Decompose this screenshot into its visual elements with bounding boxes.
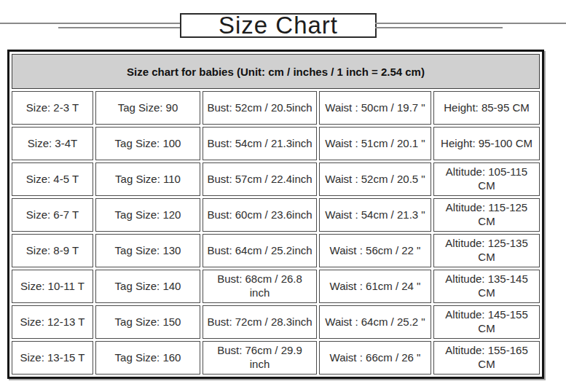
table-row: Size: 13-15 T Tag Size: 160 Bust: 76cm /… xyxy=(12,341,540,375)
tag-size-cell: Tag Size: 160 xyxy=(95,341,200,375)
left-inner-line xyxy=(58,27,181,28)
left-decorative-lines xyxy=(0,0,181,45)
tag-size-cell: Tag Size: 130 xyxy=(95,234,200,267)
waist-cell: Waist : 61cm / 24 " xyxy=(319,270,431,303)
tag-size-cell: Tag Size: 110 xyxy=(95,162,200,196)
title-banner: Size Chart xyxy=(0,0,566,45)
bust-cell: Bust: 64cm / 25.2inch xyxy=(203,234,317,267)
bust-cell: Bust: 57cm / 22.4inch xyxy=(203,162,317,196)
height-cell: Height: 95-100 CM xyxy=(433,127,540,160)
table-header: Size chart for babies (Unit: cm / inches… xyxy=(12,54,540,89)
right-decorative-lines xyxy=(375,0,566,45)
right-inner-line xyxy=(375,27,503,28)
size-cell: Size: 3-4T xyxy=(12,127,93,160)
bust-cell: Bust: 54cm / 21.3inch xyxy=(203,127,317,160)
size-cell: Size: 12-13 T xyxy=(12,305,93,339)
waist-cell: Waist : 64cm / 25.2 " xyxy=(319,305,431,339)
waist-cell: Waist : 50cm / 19.7 " xyxy=(319,91,431,125)
waist-cell: Waist : 66cm / 26 " xyxy=(319,341,431,375)
height-cell: Altitude: 105-115 CM xyxy=(433,162,540,196)
bust-cell: Bust: 60cm / 23.6inch xyxy=(203,198,317,232)
tag-size-cell: Tag Size: 140 xyxy=(95,270,200,303)
height-cell: Altitude: 135-145 CM xyxy=(433,270,540,303)
table-header-row: Size chart for babies (Unit: cm / inches… xyxy=(12,54,540,89)
size-cell: Size: 13-15 T xyxy=(12,341,93,375)
table-row: Size: 3-4T Tag Size: 100 Bust: 54cm / 21… xyxy=(12,127,540,160)
waist-cell: Waist : 54cm / 21.3 " xyxy=(319,198,431,232)
bust-cell: Bust: 72cm / 28.3inch xyxy=(203,305,317,339)
right-outer-line xyxy=(375,23,566,24)
table-row: Size: 6-7 T Tag Size: 120 Bust: 60cm / 2… xyxy=(12,198,540,232)
size-chart-title-box: Size Chart xyxy=(180,13,377,38)
left-outer-line xyxy=(0,23,181,24)
size-cell: Size: 4-5 T xyxy=(12,162,93,196)
page: Size Chart Size chart for babies (Unit: … xyxy=(0,0,566,392)
table-row: Size: 12-13 T Tag Size: 150 Bust: 72cm /… xyxy=(12,305,540,339)
tag-size-cell: Tag Size: 90 xyxy=(95,91,200,125)
tag-size-cell: Tag Size: 120 xyxy=(95,198,200,232)
waist-cell: Waist : 51cm / 20.1 " xyxy=(319,127,431,160)
height-cell: Altitude: 155-165 CM xyxy=(433,341,540,375)
height-cell: Altitude: 115-125 CM xyxy=(433,198,540,232)
bust-cell: Bust: 76cm / 29.9 inch xyxy=(203,341,317,375)
size-cell: Size: 8-9 T xyxy=(12,234,93,267)
size-cell: Size: 10-11 T xyxy=(12,270,93,303)
tag-size-cell: Tag Size: 150 xyxy=(95,305,200,339)
height-cell: Altitude: 125-135 CM xyxy=(433,234,540,267)
waist-cell: Waist : 56cm / 22 " xyxy=(319,234,431,267)
height-cell: Height: 85-95 CM xyxy=(433,91,540,125)
table-row: Size: 4-5 T Tag Size: 110 Bust: 57cm / 2… xyxy=(12,162,540,196)
table-row: Size: 8-9 T Tag Size: 130 Bust: 64cm / 2… xyxy=(12,234,540,267)
bust-cell: Bust: 52cm / 20.5inch xyxy=(203,91,317,125)
size-chart-table: Size chart for babies (Unit: cm / inches… xyxy=(9,52,542,377)
size-chart-table-container: Size chart for babies (Unit: cm / inches… xyxy=(7,50,544,379)
height-cell: Altitude: 145-155 CM xyxy=(433,305,540,339)
page-title: Size Chart xyxy=(219,12,338,39)
size-cell: Size: 2-3 T xyxy=(12,91,93,125)
size-cell: Size: 6-7 T xyxy=(12,198,93,232)
tag-size-cell: Tag Size: 100 xyxy=(95,127,200,160)
bust-cell: Bust: 68cm / 26.8 inch xyxy=(203,270,317,303)
table-row: Size: 10-11 T Tag Size: 140 Bust: 68cm /… xyxy=(12,270,540,303)
table-row: Size: 2-3 T Tag Size: 90 Bust: 52cm / 20… xyxy=(12,91,540,125)
waist-cell: Waist : 52cm / 20.5 " xyxy=(319,162,431,196)
